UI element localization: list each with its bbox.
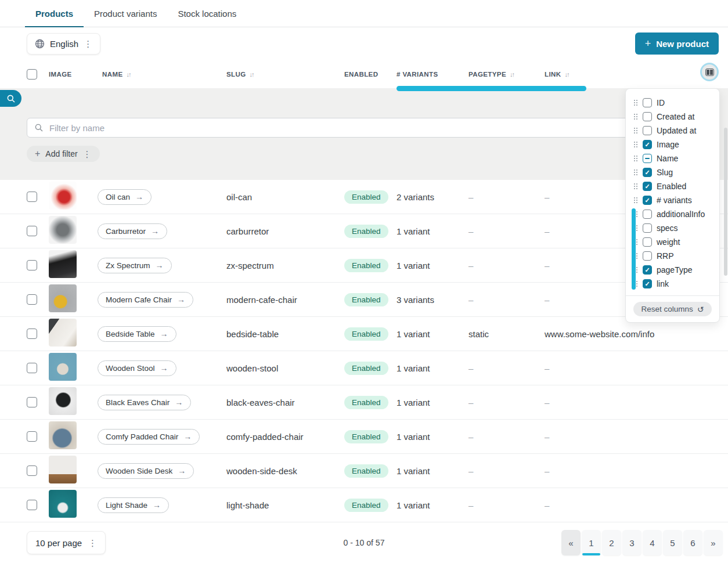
drag-handle-icon[interactable] bbox=[633, 113, 638, 120]
column-menu-item-image[interactable]: Image bbox=[626, 138, 719, 151]
product-name-link[interactable]: Bedside Table→ bbox=[98, 326, 176, 342]
next-page-button[interactable]: » bbox=[704, 530, 723, 555]
enabled-badge: Enabled bbox=[344, 190, 388, 204]
row-checkbox[interactable] bbox=[27, 294, 37, 305]
row-checkbox[interactable] bbox=[27, 397, 37, 407]
column-menu-item-link[interactable]: link bbox=[626, 277, 719, 291]
table-header-row: IMAGE NAME ↓↑ SLUG ↓↑ ENABLED # VARIANTS… bbox=[0, 60, 728, 88]
column-menu-item-pagetype[interactable]: pageType bbox=[626, 263, 719, 277]
row-checkbox[interactable] bbox=[27, 260, 37, 270]
column-menu-item-enabled[interactable]: Enabled bbox=[626, 179, 719, 193]
vertical-scrollbar-thumb[interactable] bbox=[724, 128, 727, 276]
link-cell: – bbox=[545, 432, 728, 442]
row-checkbox[interactable] bbox=[27, 329, 37, 339]
header-label: ENABLED bbox=[344, 71, 378, 78]
column-settings-button[interactable] bbox=[700, 63, 719, 81]
column-checkbox[interactable] bbox=[643, 168, 652, 177]
search-icon bbox=[34, 123, 44, 132]
search-toggle-tab[interactable] bbox=[0, 90, 21, 107]
page-button-2[interactable]: 2 bbox=[602, 530, 621, 555]
drag-handle-icon[interactable] bbox=[633, 141, 638, 148]
column-checkbox[interactable] bbox=[643, 154, 652, 163]
column-label: Updated at bbox=[657, 126, 697, 135]
column-menu-item-name[interactable]: Name bbox=[626, 151, 719, 165]
new-product-button[interactable]: + New product bbox=[635, 33, 719, 55]
header-slug[interactable]: SLUG ↓↑ bbox=[226, 71, 344, 78]
page-button-3[interactable]: 3 bbox=[622, 530, 641, 555]
enabled-badge: Enabled bbox=[344, 225, 388, 238]
tab-products[interactable]: Products bbox=[25, 0, 84, 27]
row-checkbox[interactable] bbox=[27, 431, 37, 442]
sort-icon[interactable]: ↓↑ bbox=[510, 71, 514, 78]
column-menu-item-slug[interactable]: Slug bbox=[626, 165, 719, 179]
column-menu-item-variants[interactable]: # variants bbox=[626, 193, 719, 207]
product-name-link[interactable]: Oil can→ bbox=[98, 189, 152, 205]
add-filter-button[interactable]: + Add filter ⋮ bbox=[27, 146, 100, 162]
sort-icon[interactable]: ↓↑ bbox=[126, 71, 130, 78]
variants-cell: 1 variant bbox=[397, 261, 468, 270]
drag-handle-icon[interactable] bbox=[633, 197, 638, 204]
column-checkbox[interactable] bbox=[643, 251, 652, 261]
items-per-page-button[interactable]: 10 per page ⋮ bbox=[27, 531, 106, 554]
column-label: link bbox=[657, 279, 669, 288]
column-checkbox[interactable] bbox=[643, 126, 652, 135]
product-name-link[interactable]: Wooden Stool→ bbox=[98, 360, 176, 376]
product-name-link[interactable]: Comfy Padded Chair→ bbox=[98, 429, 200, 445]
sort-icon[interactable]: ↓↑ bbox=[250, 71, 254, 78]
drag-handle-icon[interactable] bbox=[633, 155, 638, 162]
drag-handle-icon[interactable] bbox=[633, 99, 638, 106]
tab-product-variants[interactable]: Product variants bbox=[84, 0, 167, 27]
reset-columns-button[interactable]: Reset columns ↺ bbox=[633, 302, 711, 316]
select-all-checkbox[interactable] bbox=[27, 69, 37, 80]
drag-handle-icon[interactable] bbox=[633, 183, 638, 190]
column-menu-item-specs[interactable]: specs bbox=[626, 221, 719, 235]
drag-handle-icon[interactable] bbox=[633, 127, 638, 134]
product-name-link[interactable]: Zx Spectrum→ bbox=[98, 258, 172, 273]
sort-icon[interactable]: ↓↑ bbox=[564, 71, 568, 78]
page-button-4[interactable]: 4 bbox=[643, 530, 662, 555]
column-checkbox[interactable] bbox=[643, 182, 652, 191]
variants-cell: 2 variants bbox=[397, 192, 468, 202]
column-checkbox[interactable] bbox=[643, 237, 652, 247]
column-label: # variants bbox=[657, 196, 692, 205]
column-menu-item-additionalinfo[interactable]: additionalInfo bbox=[626, 207, 719, 221]
column-checkbox[interactable] bbox=[643, 112, 652, 121]
header-name[interactable]: NAME ↓↑ bbox=[98, 71, 226, 78]
column-menu-item-rrp[interactable]: RRP bbox=[626, 249, 719, 263]
header-pagetype[interactable]: PAGETYPE ↓↑ bbox=[468, 71, 545, 78]
row-checkbox[interactable] bbox=[27, 226, 37, 236]
column-checkbox[interactable] bbox=[643, 196, 652, 205]
drag-handle-icon[interactable] bbox=[633, 169, 638, 176]
column-menu-item-weight[interactable]: weight bbox=[626, 235, 719, 249]
row-checkbox[interactable] bbox=[27, 363, 37, 373]
page-button-6[interactable]: 6 bbox=[683, 530, 702, 555]
pagetype-cell: – bbox=[468, 466, 545, 476]
row-checkbox[interactable] bbox=[27, 192, 37, 202]
column-menu-item-updated-at[interactable]: Updated at bbox=[626, 124, 719, 138]
page-button-5[interactable]: 5 bbox=[663, 530, 682, 555]
product-name-link[interactable]: Carburretor→ bbox=[98, 223, 167, 239]
page-button-1[interactable]: 1 bbox=[582, 530, 601, 555]
column-menu-item-id[interactable]: ID bbox=[626, 96, 719, 110]
product-name-link[interactable]: Modern Cafe Chair→ bbox=[98, 292, 193, 308]
column-checkbox[interactable] bbox=[643, 265, 652, 275]
column-checkbox[interactable] bbox=[643, 279, 652, 288]
product-name-link[interactable]: Light Shade→ bbox=[98, 497, 169, 513]
column-checkbox[interactable] bbox=[643, 223, 652, 233]
filter-by-name-input[interactable] bbox=[49, 123, 712, 133]
product-name-link[interactable]: Black Eaves Chair→ bbox=[98, 395, 191, 410]
column-menu-item-created-at[interactable]: Created at bbox=[626, 110, 719, 124]
row-checkbox[interactable] bbox=[27, 500, 37, 510]
tab-stock-locations[interactable]: Stock locations bbox=[167, 0, 247, 27]
arrow-right-icon: → bbox=[160, 363, 168, 373]
table-row: Modern Cafe Chair→ modern-cafe-chair Ena… bbox=[0, 283, 728, 317]
row-checkbox[interactable] bbox=[27, 465, 37, 476]
language-selector-button[interactable]: English ⋮ bbox=[27, 33, 100, 55]
column-checkbox[interactable] bbox=[643, 98, 652, 107]
product-name-link[interactable]: Wooden Side Desk→ bbox=[98, 463, 194, 479]
language-label: English bbox=[50, 39, 78, 49]
column-checkbox[interactable] bbox=[643, 210, 652, 219]
column-label: ID bbox=[657, 98, 665, 107]
column-checkbox[interactable] bbox=[643, 140, 652, 149]
prev-page-button[interactable]: « bbox=[561, 530, 581, 555]
